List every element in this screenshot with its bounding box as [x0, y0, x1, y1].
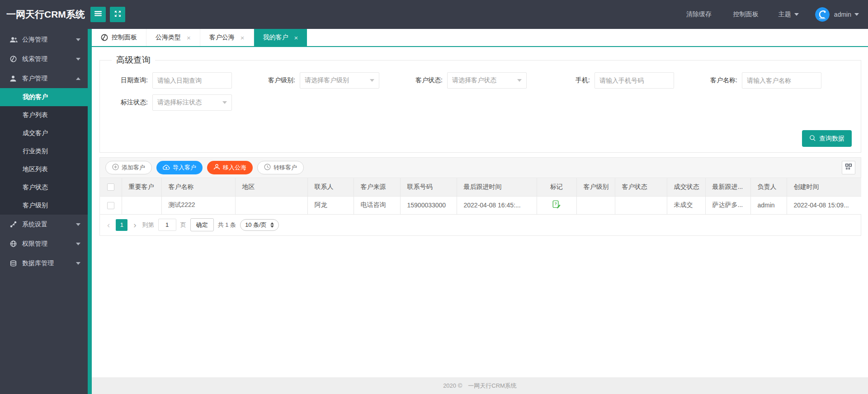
chevron-down-icon — [76, 58, 80, 61]
sidebar-item-5[interactable]: 权限管理 — [0, 234, 88, 253]
tab-4[interactable]: 我的客户× — [254, 29, 307, 46]
sidebar-subitem[interactable]: 地区列表 — [0, 160, 88, 178]
page-size-select[interactable]: 10 条/页 — [240, 219, 279, 231]
field-select[interactable]: 请选择标注状态 — [152, 94, 232, 111]
theme-dropdown[interactable]: 主题 — [778, 10, 799, 19]
column-header: 重要客户 — [122, 178, 161, 196]
sidebar-item-4[interactable]: 系统设置 — [0, 215, 88, 234]
toolbar-button-label: 导入客户 — [173, 164, 196, 172]
sidebar-item-3[interactable]: 客户管理 — [0, 69, 88, 88]
table-cell — [576, 196, 615, 214]
sidebar-subitem[interactable]: 我的客户 — [0, 88, 88, 106]
table-cell: 未成交 — [667, 196, 705, 214]
users-icon — [10, 37, 22, 43]
column-header: 客户名称 — [161, 178, 235, 196]
sidebar-item-6[interactable]: 数据库管理 — [0, 253, 88, 273]
toggle-columns-button[interactable] — [842, 161, 855, 174]
toolbar-button-4[interactable]: 转移客户 — [257, 161, 304, 174]
row-checkbox[interactable] — [107, 202, 114, 209]
field-input[interactable] — [594, 72, 674, 89]
theme-label: 主题 — [778, 10, 791, 19]
mark-edit-icon[interactable]: ? — [552, 203, 561, 210]
table-toolbar: 添加客户导入客户移入公海转移客户 — [100, 158, 861, 178]
select-all-checkbox[interactable] — [107, 183, 114, 191]
app-title: 一网天行CRM系统 — [0, 8, 90, 21]
sidebar-subitem[interactable]: 行业类别 — [0, 142, 88, 160]
sidebar-item-label: 权限管理 — [22, 240, 76, 248]
clear-cache-link[interactable]: 清除缓存 — [686, 10, 712, 19]
table-cell: 2022-04-08 16:45:... — [457, 196, 537, 214]
close-icon[interactable]: × — [241, 34, 245, 42]
field-input[interactable] — [152, 72, 232, 89]
avatar[interactable] — [815, 7, 830, 22]
field-input[interactable] — [742, 72, 821, 89]
close-icon[interactable]: × — [294, 34, 298, 42]
row-select-cell — [100, 196, 122, 214]
table-cell: 电话咨询 — [354, 196, 400, 214]
field-select[interactable]: 请选择客户级别 — [300, 72, 379, 89]
tab-3[interactable]: 客户公海× — [200, 29, 254, 46]
sidebar-item-1[interactable]: 公海管理 — [0, 30, 88, 49]
sidebar-submenu: 我的客户客户列表成交客户行业类别地区列表客户状态客户级别 — [0, 88, 88, 215]
current-page-button[interactable]: 1 — [116, 219, 127, 231]
field-select[interactable]: 请选择客户状态 — [447, 72, 527, 89]
chevron-down-icon — [854, 13, 859, 16]
collapse-menu-button[interactable] — [90, 7, 106, 22]
column-header: 最新跟进... — [705, 178, 750, 196]
select-placeholder: 请选择客户级别 — [305, 76, 349, 84]
prev-page-button[interactable]: ‹ — [105, 220, 112, 229]
toolbar-button-1[interactable]: 添加客户 — [105, 161, 152, 174]
sidebar-subitem[interactable]: 客户列表 — [0, 106, 88, 124]
column-header: 地区 — [235, 178, 307, 196]
page-size-value: 10 条/页 — [245, 221, 267, 229]
header-right: 清除缓存 控制面板 主题 admin — [675, 7, 868, 22]
toolbar-button-3[interactable]: 移入公海 — [207, 161, 253, 174]
column-header: 标记 — [537, 178, 576, 196]
table-cell — [122, 196, 161, 214]
chevron-down-icon — [222, 101, 227, 104]
tab-label: 我的客户 — [263, 33, 288, 42]
close-icon[interactable]: × — [187, 34, 191, 42]
share-nodes-icon — [10, 221, 22, 228]
select-all-cell — [100, 178, 122, 196]
query-field-5: 客户名称: — [698, 72, 846, 89]
user-move-icon — [213, 164, 220, 171]
chevron-down-icon — [76, 223, 80, 226]
customer-table: 重要客户客户名称地区联系人客户来源联系号码最后跟进时间标记客户级别客户状态成交状… — [100, 178, 861, 215]
sidebar-subitem[interactable]: 客户级别 — [0, 197, 88, 215]
query-field-3: 客户状态:请选择客户状态 — [404, 72, 551, 89]
updown-arrows-icon — [270, 222, 274, 228]
goto-page-input[interactable] — [158, 219, 176, 231]
chevron-down-icon — [517, 79, 522, 82]
hamburger-icon — [94, 10, 102, 19]
confirm-page-button[interactable]: 确定 — [190, 218, 214, 231]
tab-2[interactable]: 公海类型× — [146, 29, 200, 46]
select-placeholder: 请选择标注状态 — [157, 98, 202, 107]
table-cell: 阿龙 — [307, 196, 354, 214]
fullscreen-button[interactable] — [110, 7, 125, 22]
table-body: 测试2222阿龙电话咨询159000330002022-04-08 16:45:… — [100, 196, 861, 214]
toolbar-button-2[interactable]: 导入客户 — [156, 161, 203, 174]
toolbar-right — [842, 161, 855, 174]
next-page-button[interactable]: › — [132, 220, 138, 229]
globe-icon — [10, 56, 22, 62]
table-header-row: 重要客户客户名称地区联系人客户来源联系号码最后跟进时间标记客户级别客户状态成交状… — [100, 178, 861, 196]
sidebar: 公海管理线索管理客户管理我的客户客户列表成交客户行业类别地区列表客户状态客户级别… — [0, 29, 92, 394]
chevron-down-icon — [794, 13, 799, 16]
control-panel-link[interactable]: 控制面板 — [733, 10, 759, 19]
field-label: 客户名称: — [698, 76, 742, 84]
search-data-button[interactable]: 查询数据 — [802, 130, 852, 147]
main-panel: 控制面板公海类型×客户公海×我的客户× 高级查询 日期查询:客户级别:请选择客户… — [92, 29, 868, 394]
sidebar-item-2[interactable]: 线索管理 — [0, 49, 88, 69]
chevron-down-icon — [76, 38, 80, 41]
sidebar-subitem[interactable]: 成交客户 — [0, 124, 88, 142]
toolbar-button-label: 移入公海 — [223, 164, 246, 172]
sidebar-subitem[interactable]: 客户状态 — [0, 178, 88, 197]
user-dropdown[interactable]: admin — [834, 11, 859, 18]
table-cell — [615, 196, 667, 214]
page-unit-label: 页 — [180, 221, 186, 229]
database-icon — [10, 260, 22, 267]
sidebar-item-label: 线索管理 — [22, 55, 76, 63]
tab-1[interactable]: 控制面板 — [92, 29, 146, 46]
table-head: 重要客户客户名称地区联系人客户来源联系号码最后跟进时间标记客户级别客户状态成交状… — [100, 178, 861, 196]
